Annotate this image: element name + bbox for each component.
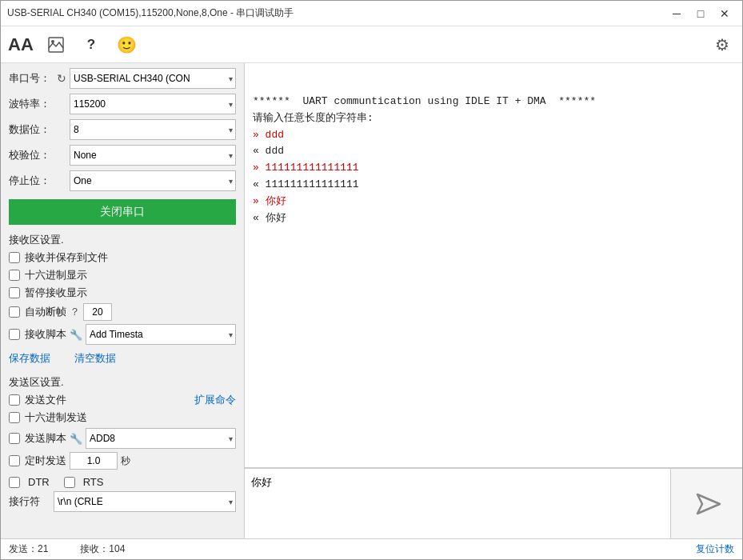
dtr-rts-row: DTR RTS (9, 476, 236, 488)
save-to-file-label: 接收并保存到文件 (25, 250, 108, 265)
parity-row: 校验位： None ▾ (9, 145, 236, 166)
port-select[interactable]: USB-SERIAL CH340 (CON (70, 68, 236, 89)
dtr-checkbox[interactable] (9, 477, 20, 488)
maximize-button[interactable]: □ (689, 4, 712, 23)
right-panel: ****** UART communtication using IDLE IT… (245, 63, 742, 538)
svg-point-1 (51, 40, 54, 43)
databits-select[interactable]: 8 (70, 119, 236, 140)
send-settings-title: 发送区设置. (9, 375, 236, 390)
main-window: USB-SERIAL CH340 (COM15),115200,None,8,O… (0, 0, 743, 560)
receive-line: « ddd (253, 143, 734, 160)
status-bar-left: 发送：21 接收：104 (9, 542, 696, 556)
toolbar: AA ? 🙂 ⚙ (1, 26, 742, 63)
receive-line: 请输入任意长度的字符串: (253, 110, 734, 127)
auto-frame-checkbox[interactable] (9, 306, 20, 318)
receive-script-row: 接收脚本 🔧 Add Timesta ▾ (9, 324, 236, 345)
clear-data-link[interactable]: 清空数据 (74, 351, 116, 366)
help-icon[interactable]: ? (79, 33, 103, 57)
hex-display-label: 十六进制显示 (25, 268, 87, 282)
receive-settings-title: 接收区设置. (9, 233, 236, 247)
send-button[interactable] (670, 468, 742, 538)
send-script-icon: 🔧 (70, 433, 82, 445)
timer-value-input[interactable]: 1.0 (70, 452, 118, 470)
settings-icon[interactable]: ⚙ (710, 33, 734, 57)
receive-script-checkbox[interactable] (9, 329, 20, 340)
font-icon[interactable]: AA (9, 33, 33, 57)
receive-script-select[interactable]: Add Timesta (86, 324, 236, 345)
refresh-port-button[interactable]: ↻ (54, 70, 70, 86)
receive-label: 接收： (80, 543, 109, 554)
minimize-button[interactable]: ─ (665, 4, 688, 23)
window-title: USB-SERIAL CH340 (COM15),115200,None,8,O… (7, 6, 294, 20)
title-bar: USB-SERIAL CH340 (COM15),115200,None,8,O… (1, 1, 742, 26)
send-script-checkbox[interactable] (9, 433, 20, 444)
reset-count-link[interactable]: 复位计数 (696, 542, 734, 556)
send-input[interactable] (245, 468, 670, 538)
receive-line: » 你好 (253, 194, 734, 210)
baudrate-select[interactable]: 115200 (70, 94, 236, 114)
image-icon[interactable] (44, 33, 68, 57)
dtr-label: DTR (28, 476, 50, 488)
send-file-checkbox[interactable] (9, 394, 20, 406)
parity-label: 校验位： (9, 148, 54, 162)
port-label: 串口号： (9, 71, 54, 86)
main-area: 串口号： ↻ USB-SERIAL CH340 (CON ▾ 波特率： 1152… (1, 63, 742, 538)
receive-line: « 111111111111111 (253, 177, 734, 194)
receive-status: 接收：104 (80, 542, 125, 556)
execute-row: 接行符 \r\n (CRLE ▾ (9, 491, 236, 512)
auto-frame-help: ？ (70, 305, 80, 319)
close-port-button[interactable]: 关闭串口 (9, 199, 236, 225)
databits-label: 数据位： (9, 122, 54, 137)
parity-select-wrapper: None ▾ (70, 145, 236, 166)
stopbits-select[interactable]: One (70, 170, 236, 191)
save-data-link[interactable]: 保存数据 (9, 351, 50, 366)
auto-frame-input[interactable]: 20 (83, 303, 112, 321)
receive-line: « 你好 (253, 210, 734, 227)
hex-send-label: 十六进制发送 (25, 410, 87, 425)
send-script-select-wrapper: ADD8 ▾ (86, 428, 236, 449)
receive-line: ****** UART communtication using IDLE IT… (253, 94, 734, 110)
toolbar-left: AA ? 🙂 (9, 33, 138, 57)
send-script-select[interactable]: ADD8 (86, 428, 236, 449)
send-script-label: 发送脚本 (25, 431, 66, 446)
baudrate-select-wrapper: 115200 ▾ (70, 94, 236, 114)
timer-send-row: 定时发送 1.0 秒 (9, 452, 236, 470)
receive-area: ****** UART communtication using IDLE IT… (245, 63, 742, 468)
receive-line: » 111111111111111 (253, 160, 734, 177)
hex-display-row: 十六进制显示 (9, 268, 236, 282)
port-select-wrapper: USB-SERIAL CH340 (CON ▾ (70, 68, 236, 89)
rts-checkbox[interactable] (64, 477, 75, 488)
expand-cmd-link[interactable]: 扩展命令 (194, 393, 236, 407)
send-label: 发送： (9, 543, 38, 554)
send-area (245, 468, 742, 538)
emoji-icon[interactable]: 🙂 (114, 33, 138, 57)
receive-line: » ddd (253, 127, 734, 144)
pause-receive-checkbox[interactable] (9, 287, 20, 298)
close-button[interactable]: ✕ (713, 4, 736, 23)
title-bar-buttons: ─ □ ✕ (665, 4, 736, 23)
send-file-row: 发送文件 扩展命令 (9, 393, 236, 407)
stopbits-select-wrapper: One ▾ (70, 170, 236, 191)
stopbits-row: 停止位： One ▾ (9, 170, 236, 191)
receive-count: 104 (109, 543, 125, 554)
timer-send-checkbox[interactable] (9, 455, 20, 466)
receive-script-label: 接收脚本 (25, 327, 66, 342)
parity-select[interactable]: None (70, 145, 236, 166)
save-to-file-checkbox[interactable] (9, 252, 20, 263)
send-count: 21 (38, 543, 48, 554)
send-file-label: 发送文件 (25, 393, 66, 407)
auto-frame-label: 自动断帧 (25, 305, 66, 319)
hex-send-checkbox[interactable] (9, 412, 20, 423)
execute-label: 接行符 (9, 494, 54, 509)
stopbits-label: 停止位： (9, 174, 54, 188)
execute-select-wrapper: \r\n (CRLE ▾ (54, 491, 236, 512)
baudrate-label: 波特率： (9, 97, 54, 111)
timer-send-label: 定时发送 (25, 454, 66, 468)
hex-display-checkbox[interactable] (9, 270, 20, 281)
auto-frame-row: 自动断帧 ？ 20 (9, 303, 236, 321)
execute-select[interactable]: \r\n (CRLE (54, 491, 236, 512)
databits-row: 数据位： 8 ▾ (9, 119, 236, 140)
left-panel: 串口号： ↻ USB-SERIAL CH340 (CON ▾ 波特率： 1152… (1, 63, 245, 538)
port-row: 串口号： ↻ USB-SERIAL CH340 (CON ▾ (9, 68, 236, 89)
pause-receive-label: 暂停接收显示 (25, 286, 87, 300)
